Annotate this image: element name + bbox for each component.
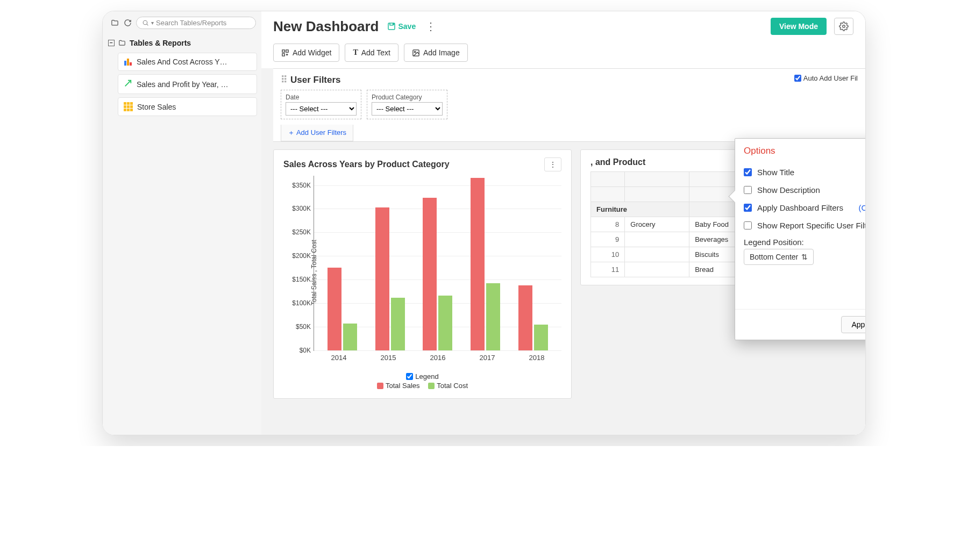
svg-rect-4 (130, 62, 132, 66)
folder-icon[interactable] (110, 19, 119, 27)
chart-options-menu[interactable]: ⋮ (544, 157, 561, 171)
svg-point-7 (843, 25, 845, 28)
chart-plot: $0K$50K$100K$150K$200K$250K$300K$350K201… (314, 176, 561, 351)
tree-item-sales-profit[interactable]: Sales and Profit by Year, … (118, 74, 257, 94)
opt-show-title[interactable]: Show Title (744, 163, 866, 181)
settings-button[interactable] (834, 18, 853, 35)
table-grid-icon (124, 102, 133, 111)
legend-position-select[interactable]: Bottom Center ⇅ (744, 249, 814, 265)
chevron-up-down-icon: ⇅ (801, 253, 808, 261)
options-popover: Options ✕ Show Title Show Description Ap… (735, 138, 866, 340)
search-input[interactable]: ▾ Search Tables/Reports (136, 17, 256, 29)
user-filters-panel: ⠿User Filters Auto Add User Fil Date--- … (273, 68, 865, 142)
legend-item-cost[interactable]: Total Cost (428, 382, 468, 390)
filter-date[interactable]: Date--- Select --- (281, 90, 361, 119)
legend-item-sales[interactable]: Total Sales (377, 382, 420, 390)
arrow-up-right-icon (124, 79, 132, 89)
svg-point-6 (393, 23, 394, 24)
refresh-icon[interactable] (124, 19, 132, 27)
more-menu-icon[interactable]: ⋮ (423, 20, 438, 33)
svg-line-1 (147, 24, 148, 26)
popover-title: Options (744, 146, 775, 156)
add-user-filters-button[interactable]: ＋ Add User Filters (281, 125, 353, 141)
view-mode-button[interactable]: View Mode (771, 18, 827, 35)
svg-rect-3 (127, 59, 129, 66)
add-image-button[interactable]: Add Image (404, 44, 468, 62)
add-widget-button[interactable]: Add Widget (273, 44, 339, 62)
svg-rect-8 (282, 49, 284, 52)
auto-add-user-filter[interactable]: Auto Add User Fil (794, 74, 858, 82)
opt-apply-dashboard-filters[interactable]: Apply Dashboard Filters (Customize) (744, 199, 866, 217)
sidebar: ▾ Search Tables/Reports − Tables & Repor… (103, 11, 261, 435)
save-button[interactable]: Save (387, 21, 416, 31)
search-placeholder: Search Tables/Reports (156, 19, 226, 27)
page-title: New Dashboard (273, 18, 379, 35)
opt-show-report-filter[interactable]: Show Report Specific User Filter (744, 217, 866, 234)
tree-header[interactable]: − Tables & Reports (103, 34, 261, 52)
tree-item-store-sales[interactable]: Store Sales (118, 97, 257, 116)
svg-rect-10 (282, 53, 284, 55)
bar-chart-icon (124, 58, 132, 66)
chart-title: Sales Across Years by Product Category (283, 160, 450, 169)
svg-point-12 (414, 51, 416, 53)
filter-product-category[interactable]: Product Category--- Select --- (367, 90, 447, 119)
chart-widget: Sales Across Years by Product Category ⋮… (273, 149, 572, 399)
add-text-button[interactable]: TAdd Text (345, 44, 398, 62)
legend-position-label: Legend Position: (744, 234, 866, 249)
tree-item-sales-cost[interactable]: Sales And Cost Across Y… (118, 53, 257, 71)
legend-toggle[interactable]: Legend (406, 372, 438, 380)
svg-rect-2 (124, 61, 126, 66)
opt-show-description[interactable]: Show Description (744, 181, 866, 199)
apply-button[interactable]: Apply (841, 316, 866, 333)
table-title-suffix: , and Product (590, 157, 645, 167)
customize-link[interactable]: (Customize) (858, 203, 866, 212)
svg-rect-9 (286, 49, 288, 52)
svg-point-0 (143, 20, 147, 25)
